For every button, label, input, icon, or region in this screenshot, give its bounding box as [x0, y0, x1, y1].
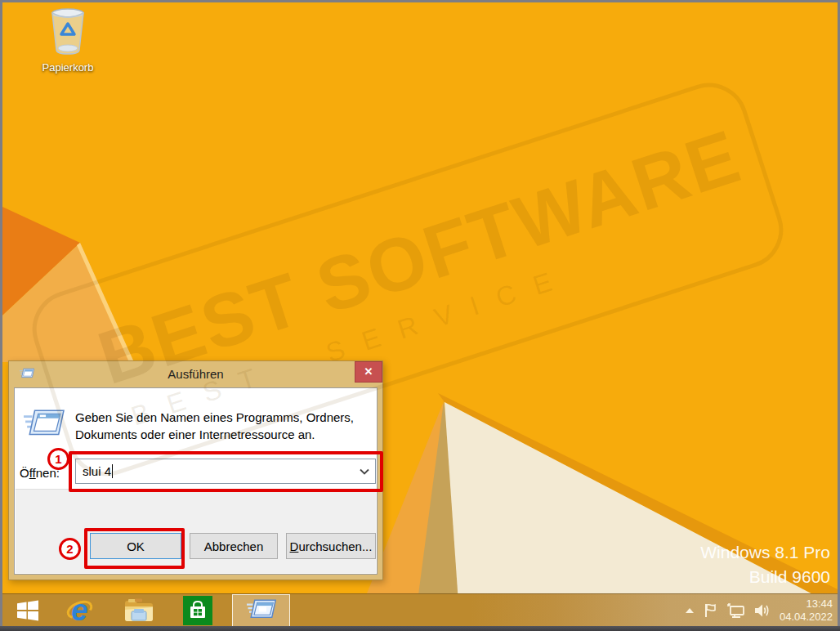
run-icon [247, 598, 276, 623]
run-taskbar-button[interactable] [232, 594, 290, 626]
store-button[interactable] [179, 594, 217, 626]
run-icon [20, 368, 34, 380]
network-button[interactable] [727, 603, 745, 618]
volume-button[interactable] [754, 603, 771, 618]
watermark-brand: BEST SOFTWARE [88, 113, 751, 401]
annotation-box-input [69, 451, 383, 492]
taskbar: e [2, 593, 838, 626]
flag-icon [704, 603, 718, 618]
browse-button[interactable]: Durchsuchen... [286, 533, 376, 559]
dialog-titlebar[interactable]: Ausführen ✕ [9, 361, 382, 387]
show-hidden-icons-button[interactable] [685, 607, 695, 614]
clock[interactable]: 13:44 04.04.2022 [780, 597, 833, 624]
recycle-bin-label: Papierkorb [39, 61, 96, 74]
annotation-step-1: 1 [47, 448, 69, 470]
close-icon: ✕ [364, 365, 373, 378]
run-icon [24, 408, 65, 442]
tray-time: 13:44 [780, 597, 833, 611]
file-explorer-button[interactable] [120, 594, 158, 626]
store-icon [183, 596, 212, 625]
annotation-step-2: 2 [59, 538, 81, 560]
dialog-message-line1: Geben Sie den Namen eines Programms, Ord… [75, 409, 354, 426]
browse-label-rest: urchsuchen... [298, 539, 372, 553]
chevron-up-icon [685, 607, 695, 614]
dialog-message-line2: Dokuments oder einer Internetressource a… [75, 426, 354, 443]
action-center-button[interactable] [704, 603, 718, 618]
browse-accesskey: D [290, 539, 299, 553]
dialog-title: Ausführen [168, 367, 223, 381]
dialog-footer: OK Abbrechen Durchsuchen... [16, 489, 376, 573]
open-label-accesskey: ff [29, 466, 36, 480]
close-button[interactable]: ✕ [355, 361, 382, 383]
dialog-message: Geben Sie den Namen eines Programms, Ord… [75, 409, 354, 443]
screenshot-frame: Papierkorb BEST SOFTWARE BEST SERVICE [0, 0, 840, 631]
windows-logo-icon [16, 599, 39, 622]
system-tray: 13:44 04.04.2022 [685, 594, 833, 626]
desktop: Papierkorb BEST SOFTWARE BEST SERVICE [2, 2, 838, 626]
os-edition: Windows 8.1 Pro [700, 542, 830, 563]
network-icon [727, 603, 745, 618]
cancel-button[interactable]: Abbrechen [190, 533, 278, 559]
file-explorer-icon [123, 598, 154, 623]
tray-date: 04.04.2022 [780, 611, 833, 624]
recycle-bin-icon [48, 7, 87, 56]
annotation-box-ok [84, 528, 185, 569]
open-label-pre: Ö [20, 466, 29, 480]
start-button[interactable] [9, 594, 47, 626]
speaker-icon [754, 603, 771, 618]
recycle-bin[interactable]: Papierkorb [39, 7, 96, 74]
os-version-label: Windows 8.1 Pro Build 9600 [700, 542, 830, 588]
screenshot-bottom-edge [0, 626, 840, 631]
internet-explorer-icon: e [65, 596, 95, 625]
os-build: Build 9600 [700, 566, 830, 588]
internet-explorer-button[interactable]: e [61, 594, 99, 626]
